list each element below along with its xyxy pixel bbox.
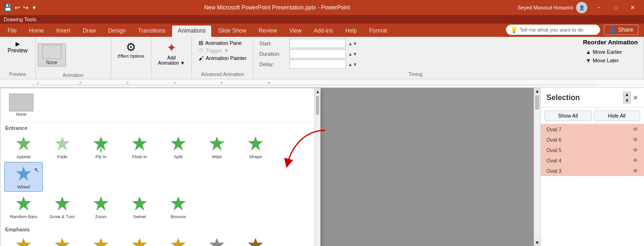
- spin-item[interactable]: Spin: [120, 233, 159, 246]
- tab-slideshow[interactable]: Slide Show: [212, 25, 252, 37]
- panel-scrollbar[interactable]: ▲ ▼: [314, 88, 320, 246]
- oval4-visibility[interactable]: 👁: [633, 157, 638, 164]
- growshrink-item[interactable]: Grow/Shrink: [159, 233, 198, 246]
- tell-me-input[interactable]: 💡 Tell me what you want to do: [506, 25, 600, 35]
- tab-insert[interactable]: Insert: [50, 25, 76, 37]
- tab-design[interactable]: Design: [102, 25, 131, 37]
- order-down-arrow[interactable]: ▼: [623, 98, 631, 103]
- oval6-visibility[interactable]: 👁: [633, 136, 638, 143]
- add-animation-button[interactable]: ✦ AddAnimation ▼: [155, 39, 188, 68]
- svg-marker-14: [248, 136, 263, 151]
- animation-dropdown-content: None Entrance Appear: [0, 88, 314, 246]
- scroll-up-arrow[interactable]: ▲: [315, 88, 321, 95]
- trigger-button[interactable]: ⏱ Trigger ▼: [196, 47, 249, 54]
- tab-transitions[interactable]: Transitions: [132, 25, 171, 37]
- tab-addins[interactable]: Add-ins: [308, 25, 339, 37]
- tab-draw[interactable]: Draw: [77, 25, 101, 37]
- wipe-item[interactable]: Wipe: [198, 132, 236, 161]
- zoom-item[interactable]: Zoom: [82, 192, 120, 221]
- swivel-item[interactable]: Swivel: [120, 192, 159, 221]
- tab-review[interactable]: Review: [253, 25, 282, 37]
- oval7-visibility[interactable]: 👁: [633, 126, 638, 133]
- pulse-item[interactable]: Pulse: [4, 233, 43, 246]
- wheel-item[interactable]: Wheel ↖: [4, 162, 43, 192]
- save-icon[interactable]: 💾: [4, 4, 12, 11]
- tab-format[interactable]: Format: [363, 25, 393, 37]
- svg-marker-22: [55, 238, 70, 246]
- wipe-icon: [207, 134, 227, 154]
- move-earlier-button[interactable]: ▲ Move Earlier: [583, 48, 638, 56]
- oval5-visibility[interactable]: 👁: [633, 147, 638, 153]
- flyin-item[interactable]: Fly In: [82, 132, 120, 161]
- hide-all-button[interactable]: Hide All: [594, 110, 641, 121]
- minimize-button[interactable]: −: [591, 0, 606, 15]
- selection-close-icon[interactable]: ✕: [633, 94, 638, 102]
- svg-marker-18: [93, 196, 108, 211]
- oval5-item[interactable]: Oval 5 👁: [541, 145, 644, 155]
- canvas-scroll-up[interactable]: ▲: [534, 88, 540, 94]
- delay-spinner[interactable]: ▲▼: [348, 62, 357, 67]
- darken-item[interactable]: Darken: [236, 233, 275, 246]
- animation-selector: None Animation: [36, 37, 111, 79]
- oval3-visibility[interactable]: 👁: [633, 168, 638, 174]
- appear-item[interactable]: Appear: [4, 132, 43, 161]
- share-button[interactable]: 👤 Share: [604, 25, 638, 35]
- svg-marker-7: [16, 136, 31, 151]
- oval4-item[interactable]: Oval 4 👁: [541, 155, 644, 166]
- tab-file[interactable]: File: [2, 25, 22, 37]
- oval3-item[interactable]: Oval 3 👁: [541, 166, 644, 176]
- svg-text:6: 6: [268, 81, 270, 85]
- fade-item[interactable]: Fade: [43, 132, 82, 161]
- randombars-item[interactable]: Random Bars: [4, 192, 43, 221]
- duration-spinner[interactable]: ▲▼: [348, 51, 357, 57]
- trigger-arrow: ▼: [224, 48, 229, 53]
- canvas-scrollbar[interactable]: ▲ ▼: [534, 88, 540, 246]
- teeter-item[interactable]: Teeter: [82, 233, 120, 246]
- tab-home[interactable]: Home: [23, 25, 50, 37]
- shape-item[interactable]: Shape: [236, 132, 275, 161]
- floatin-item[interactable]: Float In: [120, 132, 159, 161]
- customize-icon[interactable]: ▼: [32, 5, 37, 10]
- preview-button[interactable]: ▶ Preview: [4, 39, 32, 56]
- animation-painter-button[interactable]: 🖌 Animation Painter: [196, 54, 249, 62]
- animation-pane-label: Animation Pane: [205, 40, 242, 46]
- order-up-arrow[interactable]: ▲: [623, 92, 631, 97]
- canvas-scroll-down[interactable]: ▼: [534, 239, 540, 246]
- duration-input[interactable]: [289, 49, 346, 59]
- oval6-item[interactable]: Oval 6 👁: [541, 135, 644, 145]
- desaturate-item[interactable]: Desaturate: [198, 233, 236, 246]
- split-item[interactable]: Split: [159, 132, 198, 161]
- animation-pane-button[interactable]: ▤ Animation Pane: [196, 39, 249, 47]
- colorpulse-item[interactable]: Color Pulse: [43, 233, 82, 246]
- animation-pane-icon: ▤: [198, 40, 203, 46]
- tab-view[interactable]: View: [284, 25, 307, 37]
- redo-icon[interactable]: ↪: [23, 4, 29, 11]
- order-arrows[interactable]: ▲ ▼: [623, 92, 631, 103]
- none-item[interactable]: None: [4, 91, 38, 119]
- canvas-scroll-thumb[interactable]: [535, 95, 539, 110]
- move-later-button[interactable]: ▼ Move Later: [583, 56, 638, 65]
- zoom-icon: [91, 194, 111, 214]
- undo-icon[interactable]: ↩: [15, 4, 20, 11]
- ruler-svg: 1 2 3 4 5 6: [32, 79, 612, 87]
- oval7-item[interactable]: Oval 7 👁: [541, 124, 644, 135]
- animation-selector-content: None: [38, 38, 109, 72]
- title-bar-title: New Microsoft PowerPoint Presentation.pp…: [37, 4, 517, 11]
- scroll-thumb[interactable]: [316, 96, 319, 115]
- delay-input[interactable]: [289, 59, 346, 69]
- none-animation-button[interactable]: None: [38, 43, 66, 67]
- effect-options-button[interactable]: ⚙ Effect Options: [115, 39, 147, 60]
- window-controls[interactable]: − □ ✕: [591, 0, 640, 15]
- tab-animations[interactable]: Animations: [172, 25, 211, 37]
- bounce-item[interactable]: Bounce: [159, 192, 198, 221]
- fade-icon: [52, 134, 72, 154]
- close-button[interactable]: ✕: [625, 0, 640, 15]
- start-spinner[interactable]: ▲▼: [348, 41, 357, 46]
- start-input[interactable]: [289, 39, 346, 48]
- growturn-item[interactable]: Grow & Turn: [43, 192, 82, 221]
- tab-help[interactable]: Help: [339, 25, 363, 37]
- show-all-button[interactable]: Show All: [545, 110, 592, 121]
- darken-icon: [246, 236, 265, 246]
- maximize-button[interactable]: □: [608, 0, 623, 15]
- move-earlier-label: Move Earlier: [593, 49, 622, 55]
